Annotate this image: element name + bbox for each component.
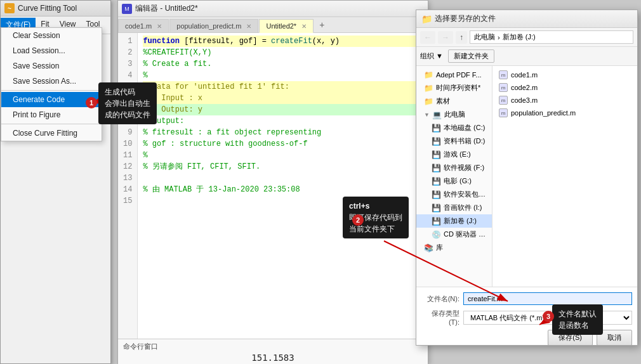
cmd-window: 命令行窗口 151.1583 bbox=[118, 339, 428, 364]
dialog-titlebar: 📁 选择要另存的文件 bbox=[416, 10, 637, 28]
code-line-12: % 另请参阅 FIT, CFIT, SFIT. bbox=[143, 161, 423, 172]
cmd-value: 151.1583 bbox=[123, 353, 423, 363]
file-item-code1[interactable]: m code1.m bbox=[495, 68, 635, 81]
code-line-14: % 由 MATLAB 于 13-Jan-2020 23:35:08 bbox=[143, 184, 423, 195]
editor-title: 编辑器 - Untitled2* bbox=[135, 3, 198, 14]
new-folder-btn[interactable]: 新建文件夹 bbox=[448, 49, 494, 63]
cft-window: ~ Curve Fitting Tool 文件(F) Fit View Tool… bbox=[0, 0, 111, 364]
file-item-code2[interactable]: m code2.m bbox=[495, 81, 635, 94]
breadcrumb-drive: 新加卷 (J:) bbox=[503, 32, 536, 42]
dialog-title: 选择要另存的文件 bbox=[435, 13, 632, 24]
tab-code1[interactable]: code1.m ✕ bbox=[118, 19, 169, 32]
file-dropdown-menu: Clear Session Load Session... Save Sessi… bbox=[1, 27, 102, 141]
menu-print-to-figure[interactable]: Print to Figure bbox=[1, 107, 102, 122]
file-item-population[interactable]: m population_predict.m bbox=[495, 107, 635, 119]
file-icon-code2: m bbox=[499, 83, 508, 92]
sidebar-item-adept[interactable]: 📁 Adept PDF F... bbox=[416, 68, 492, 81]
breadcrumb: 此电脑 › 新加卷 (J:) bbox=[470, 30, 633, 44]
code-line-5: % Data for 'untitled fit 1' fit: bbox=[143, 81, 423, 93]
file-icon-code1: m bbox=[499, 70, 508, 79]
file-icon-population: m bbox=[499, 108, 508, 117]
dialog-content: 📁 Adept PDF F... 📁 时间序列资料* 📁 素材 ▼ 💻 此电脑 … bbox=[416, 66, 637, 287]
cft-title: Curve Fitting Tool bbox=[18, 4, 77, 13]
editor-titlebar: M 编辑器 - Untitled2* bbox=[118, 1, 428, 17]
file-item-code3[interactable]: m code3.m bbox=[495, 94, 635, 107]
sidebar-item-f[interactable]: 💾 软件视频 (F:) bbox=[416, 161, 492, 174]
sidebar-item-i[interactable]: 💾 音画软件 (I:) bbox=[416, 201, 492, 214]
filename-row: 文件名(N): bbox=[421, 292, 632, 305]
dialog-footer: 文件名(N): 保存类型(T): MATLAB 代码文件 (*.m) 保存(S)… bbox=[416, 287, 637, 351]
code-line-7: % Y Output: y bbox=[143, 104, 423, 115]
badge-1: 1 bbox=[86, 97, 97, 108]
menu-close-cft[interactable]: Close Curve Fitting bbox=[1, 126, 102, 141]
editor-icon: M bbox=[122, 4, 132, 14]
dialog-file-list: m code1.m m code2.m m code3.m m populati… bbox=[492, 66, 637, 287]
file-icon-code3: m bbox=[499, 96, 508, 105]
sidebar-item-e[interactable]: 💾 游戏 (E:) bbox=[416, 148, 492, 161]
nav-forward-btn[interactable]: → bbox=[438, 31, 453, 44]
organize-btn[interactable]: 组织 ▼ bbox=[420, 51, 443, 61]
code-line-2: %CREATEFIT(X,Y) bbox=[143, 47, 423, 58]
menu-separator bbox=[1, 90, 102, 91]
sidebar-item-c[interactable]: 💾 本地磁盘 (C:) bbox=[416, 121, 492, 134]
menu-clear-session[interactable]: Clear Session bbox=[1, 28, 102, 43]
annotation-1: 生成代码 会弹出自动生 成的代码文件 bbox=[98, 82, 157, 124]
sidebar-item-d[interactable]: 💾 资料书籍 (D:) bbox=[416, 134, 492, 148]
sidebar-item-g[interactable]: 💾 电影 (G:) bbox=[416, 174, 492, 188]
sidebar-item-thispc[interactable]: ▼ 💻 此电脑 bbox=[416, 108, 492, 121]
breadcrumb-pc: 此电脑 bbox=[474, 32, 495, 42]
tab-close-untitled2[interactable]: ✕ bbox=[301, 23, 307, 30]
code-content[interactable]: function [fitresult, gof] = createFit(x,… bbox=[138, 33, 428, 339]
code-line-13 bbox=[143, 172, 423, 184]
nav-back-btn[interactable]: ← bbox=[420, 31, 435, 44]
sidebar-item-k[interactable]: 💿 CD 驱动器 (K:) bbox=[416, 228, 492, 241]
line-numbers: 1234 5678 9101112 131415 bbox=[118, 33, 138, 339]
filename-label: 文件名(N): bbox=[421, 294, 459, 304]
sidebar-item-j[interactable]: 💾 新加卷 (J:) bbox=[416, 214, 492, 228]
save-dialog: 📁 选择要另存的文件 ← → ↑ 此电脑 › 新加卷 (J:) 组织 ▼ 新建文… bbox=[416, 10, 638, 346]
dialog-nav: ← → ↑ 此电脑 › 新加卷 (J:) bbox=[416, 28, 637, 47]
tab-untitled2[interactable]: Untitled2* ✕ bbox=[259, 19, 314, 33]
cmd-label: 命令行窗口 bbox=[123, 342, 423, 351]
sidebar-item-h[interactable]: 💾 软件安装包 (H:) bbox=[416, 188, 492, 201]
code-line-9: % fitresult : a fit object representing bbox=[143, 127, 423, 138]
code-line-1: function [fitresult, gof] = createFit(x,… bbox=[143, 36, 423, 47]
dialog-toolbar: 组织 ▼ 新建文件夹 bbox=[416, 47, 637, 66]
tab-close-code1[interactable]: ✕ bbox=[157, 23, 162, 30]
annotation-3: 文件名默认 是函数名 bbox=[552, 304, 603, 335]
menu-save-session-as[interactable]: Save Session As... bbox=[1, 74, 102, 89]
badge-3: 3 bbox=[543, 311, 554, 322]
dialog-icon: 📁 bbox=[421, 14, 432, 24]
editor-tabs: code1.m ✕ population_predict.m ✕ Untitle… bbox=[118, 17, 428, 33]
menu-load-session[interactable]: Load Session... bbox=[1, 43, 102, 58]
code-area[interactable]: 1234 5678 9101112 131415 function [fitre… bbox=[118, 33, 428, 339]
code-line-4: % bbox=[143, 70, 423, 81]
editor-window: M 编辑器 - Untitled2* code1.m ✕ population_… bbox=[117, 0, 428, 364]
add-tab-button[interactable]: + bbox=[314, 17, 329, 32]
code-line-11: % bbox=[143, 150, 423, 161]
code-line-6: % X Input : x bbox=[143, 93, 423, 104]
nav-up-btn[interactable]: ↑ bbox=[456, 31, 467, 44]
menu-save-session[interactable]: Save Session bbox=[1, 58, 102, 74]
tab-population[interactable]: population_predict.m ✕ bbox=[169, 19, 258, 32]
tab-close-population[interactable]: ✕ bbox=[246, 23, 251, 30]
code-line-8: % Output: bbox=[143, 115, 423, 127]
filetype-label: 保存类型(T): bbox=[421, 309, 459, 326]
sidebar-item-timeseries[interactable]: 📁 时间序列资料* bbox=[416, 81, 492, 94]
menu-separator-2 bbox=[1, 124, 102, 124]
dialog-sidebar: 📁 Adept PDF F... 📁 时间序列资料* 📁 素材 ▼ 💻 此电脑 … bbox=[416, 66, 492, 287]
sidebar-item-library[interactable]: 📚 库 bbox=[416, 241, 492, 254]
cft-icon: ~ bbox=[4, 3, 15, 13]
filename-input[interactable] bbox=[463, 292, 632, 305]
badge-2: 2 bbox=[352, 214, 364, 226]
sidebar-item-materials[interactable]: 📁 素材 bbox=[416, 94, 492, 108]
code-line-3: % Create a fit. bbox=[143, 58, 423, 70]
code-line-10: % gof : structure with goodness-of-f bbox=[143, 138, 423, 150]
cft-titlebar: ~ Curve Fitting Tool bbox=[1, 1, 110, 16]
